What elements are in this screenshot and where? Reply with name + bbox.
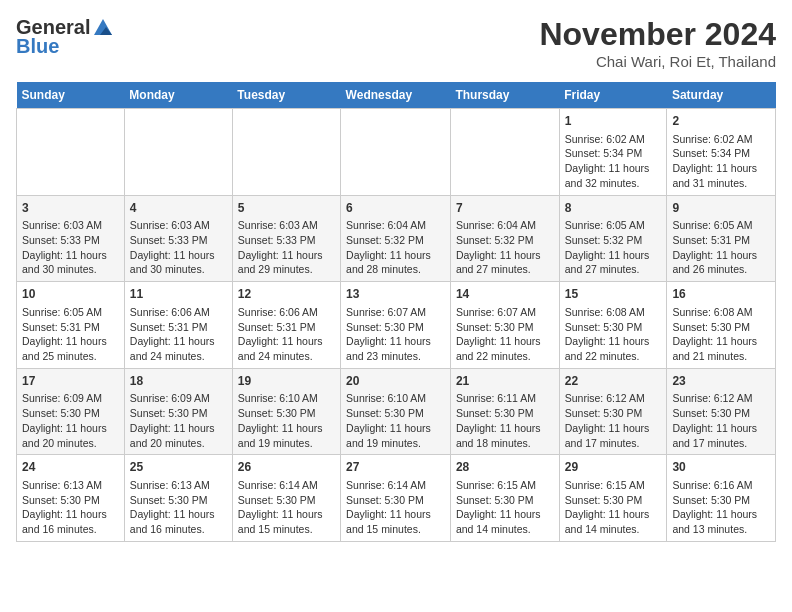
page-title: November 2024: [539, 16, 776, 53]
day-number: 17: [22, 373, 119, 390]
calendar-cell: 22Sunrise: 6:12 AM Sunset: 5:30 PM Dayli…: [559, 368, 667, 455]
calendar-cell: 15Sunrise: 6:08 AM Sunset: 5:30 PM Dayli…: [559, 282, 667, 369]
day-number: 26: [238, 459, 335, 476]
weekday-header: Wednesday: [341, 82, 451, 109]
day-number: 10: [22, 286, 119, 303]
calendar-cell: 27Sunrise: 6:14 AM Sunset: 5:30 PM Dayli…: [341, 455, 451, 542]
calendar-table: SundayMondayTuesdayWednesdayThursdayFrid…: [16, 82, 776, 542]
calendar-cell: 28Sunrise: 6:15 AM Sunset: 5:30 PM Dayli…: [450, 455, 559, 542]
day-number: 8: [565, 200, 662, 217]
title-block: November 2024 Chai Wari, Roi Et, Thailan…: [539, 16, 776, 70]
calendar-header: SundayMondayTuesdayWednesdayThursdayFrid…: [17, 82, 776, 109]
day-number: 21: [456, 373, 554, 390]
day-info: Sunrise: 6:03 AM Sunset: 5:33 PM Dayligh…: [130, 219, 215, 275]
calendar-week-row: 24Sunrise: 6:13 AM Sunset: 5:30 PM Dayli…: [17, 455, 776, 542]
day-number: 16: [672, 286, 770, 303]
calendar-cell: 8Sunrise: 6:05 AM Sunset: 5:32 PM Daylig…: [559, 195, 667, 282]
weekday-header: Monday: [124, 82, 232, 109]
day-number: 19: [238, 373, 335, 390]
day-number: 12: [238, 286, 335, 303]
day-info: Sunrise: 6:08 AM Sunset: 5:30 PM Dayligh…: [565, 306, 650, 362]
day-number: 13: [346, 286, 445, 303]
day-number: 6: [346, 200, 445, 217]
calendar-week-row: 17Sunrise: 6:09 AM Sunset: 5:30 PM Dayli…: [17, 368, 776, 455]
weekday-header: Saturday: [667, 82, 776, 109]
day-number: 24: [22, 459, 119, 476]
calendar-cell: 29Sunrise: 6:15 AM Sunset: 5:30 PM Dayli…: [559, 455, 667, 542]
calendar-cell: 18Sunrise: 6:09 AM Sunset: 5:30 PM Dayli…: [124, 368, 232, 455]
calendar-cell: 24Sunrise: 6:13 AM Sunset: 5:30 PM Dayli…: [17, 455, 125, 542]
day-number: 29: [565, 459, 662, 476]
calendar-cell: 17Sunrise: 6:09 AM Sunset: 5:30 PM Dayli…: [17, 368, 125, 455]
day-number: 15: [565, 286, 662, 303]
weekday-header: Tuesday: [232, 82, 340, 109]
calendar-body: 1Sunrise: 6:02 AM Sunset: 5:34 PM Daylig…: [17, 109, 776, 542]
calendar-cell: 6Sunrise: 6:04 AM Sunset: 5:32 PM Daylig…: [341, 195, 451, 282]
day-number: 23: [672, 373, 770, 390]
calendar-cell: [124, 109, 232, 196]
day-number: 2: [672, 113, 770, 130]
day-info: Sunrise: 6:05 AM Sunset: 5:31 PM Dayligh…: [22, 306, 107, 362]
calendar-cell: [232, 109, 340, 196]
day-number: 30: [672, 459, 770, 476]
day-info: Sunrise: 6:12 AM Sunset: 5:30 PM Dayligh…: [672, 392, 757, 448]
day-number: 20: [346, 373, 445, 390]
day-number: 14: [456, 286, 554, 303]
calendar-cell: 30Sunrise: 6:16 AM Sunset: 5:30 PM Dayli…: [667, 455, 776, 542]
day-number: 22: [565, 373, 662, 390]
day-info: Sunrise: 6:15 AM Sunset: 5:30 PM Dayligh…: [456, 479, 541, 535]
day-info: Sunrise: 6:02 AM Sunset: 5:34 PM Dayligh…: [565, 133, 650, 189]
day-number: 1: [565, 113, 662, 130]
weekday-header: Sunday: [17, 82, 125, 109]
day-number: 25: [130, 459, 227, 476]
day-info: Sunrise: 6:09 AM Sunset: 5:30 PM Dayligh…: [22, 392, 107, 448]
calendar-week-row: 3Sunrise: 6:03 AM Sunset: 5:33 PM Daylig…: [17, 195, 776, 282]
calendar-cell: 11Sunrise: 6:06 AM Sunset: 5:31 PM Dayli…: [124, 282, 232, 369]
calendar-week-row: 1Sunrise: 6:02 AM Sunset: 5:34 PM Daylig…: [17, 109, 776, 196]
day-info: Sunrise: 6:09 AM Sunset: 5:30 PM Dayligh…: [130, 392, 215, 448]
day-info: Sunrise: 6:06 AM Sunset: 5:31 PM Dayligh…: [130, 306, 215, 362]
day-number: 9: [672, 200, 770, 217]
calendar-cell: [341, 109, 451, 196]
day-info: Sunrise: 6:14 AM Sunset: 5:30 PM Dayligh…: [238, 479, 323, 535]
day-number: 18: [130, 373, 227, 390]
calendar-cell: 20Sunrise: 6:10 AM Sunset: 5:30 PM Dayli…: [341, 368, 451, 455]
logo-blue-text: Blue: [16, 35, 59, 58]
page-header: General Blue November 2024 Chai Wari, Ro…: [16, 16, 776, 70]
day-info: Sunrise: 6:11 AM Sunset: 5:30 PM Dayligh…: [456, 392, 541, 448]
day-number: 4: [130, 200, 227, 217]
day-info: Sunrise: 6:14 AM Sunset: 5:30 PM Dayligh…: [346, 479, 431, 535]
day-info: Sunrise: 6:02 AM Sunset: 5:34 PM Dayligh…: [672, 133, 757, 189]
day-info: Sunrise: 6:06 AM Sunset: 5:31 PM Dayligh…: [238, 306, 323, 362]
day-info: Sunrise: 6:07 AM Sunset: 5:30 PM Dayligh…: [346, 306, 431, 362]
calendar-cell: 21Sunrise: 6:11 AM Sunset: 5:30 PM Dayli…: [450, 368, 559, 455]
day-info: Sunrise: 6:04 AM Sunset: 5:32 PM Dayligh…: [456, 219, 541, 275]
day-number: 11: [130, 286, 227, 303]
day-info: Sunrise: 6:16 AM Sunset: 5:30 PM Dayligh…: [672, 479, 757, 535]
day-info: Sunrise: 6:04 AM Sunset: 5:32 PM Dayligh…: [346, 219, 431, 275]
day-info: Sunrise: 6:10 AM Sunset: 5:30 PM Dayligh…: [346, 392, 431, 448]
calendar-cell: 9Sunrise: 6:05 AM Sunset: 5:31 PM Daylig…: [667, 195, 776, 282]
calendar-cell: 3Sunrise: 6:03 AM Sunset: 5:33 PM Daylig…: [17, 195, 125, 282]
calendar-cell: 23Sunrise: 6:12 AM Sunset: 5:30 PM Dayli…: [667, 368, 776, 455]
calendar-cell: 5Sunrise: 6:03 AM Sunset: 5:33 PM Daylig…: [232, 195, 340, 282]
calendar-cell: 13Sunrise: 6:07 AM Sunset: 5:30 PM Dayli…: [341, 282, 451, 369]
day-number: 7: [456, 200, 554, 217]
calendar-cell: [17, 109, 125, 196]
calendar-cell: 25Sunrise: 6:13 AM Sunset: 5:30 PM Dayli…: [124, 455, 232, 542]
day-info: Sunrise: 6:03 AM Sunset: 5:33 PM Dayligh…: [238, 219, 323, 275]
calendar-cell: 19Sunrise: 6:10 AM Sunset: 5:30 PM Dayli…: [232, 368, 340, 455]
calendar-cell: 4Sunrise: 6:03 AM Sunset: 5:33 PM Daylig…: [124, 195, 232, 282]
calendar-week-row: 10Sunrise: 6:05 AM Sunset: 5:31 PM Dayli…: [17, 282, 776, 369]
calendar-cell: 14Sunrise: 6:07 AM Sunset: 5:30 PM Dayli…: [450, 282, 559, 369]
day-info: Sunrise: 6:13 AM Sunset: 5:30 PM Dayligh…: [22, 479, 107, 535]
calendar-cell: 16Sunrise: 6:08 AM Sunset: 5:30 PM Dayli…: [667, 282, 776, 369]
day-number: 28: [456, 459, 554, 476]
day-number: 5: [238, 200, 335, 217]
calendar-cell: 26Sunrise: 6:14 AM Sunset: 5:30 PM Dayli…: [232, 455, 340, 542]
day-info: Sunrise: 6:12 AM Sunset: 5:30 PM Dayligh…: [565, 392, 650, 448]
calendar-cell: 2Sunrise: 6:02 AM Sunset: 5:34 PM Daylig…: [667, 109, 776, 196]
day-info: Sunrise: 6:15 AM Sunset: 5:30 PM Dayligh…: [565, 479, 650, 535]
calendar-cell: 1Sunrise: 6:02 AM Sunset: 5:34 PM Daylig…: [559, 109, 667, 196]
day-info: Sunrise: 6:05 AM Sunset: 5:32 PM Dayligh…: [565, 219, 650, 275]
